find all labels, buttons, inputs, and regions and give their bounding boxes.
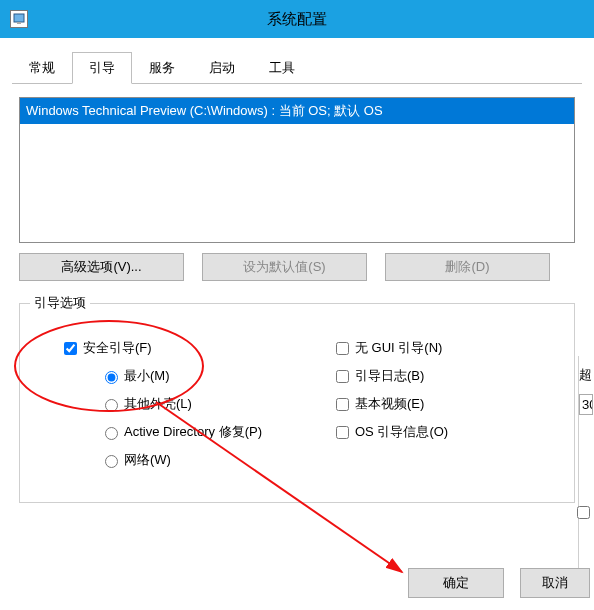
- boot-os-listbox[interactable]: Windows Technical Preview (C:\Windows) :…: [19, 97, 575, 243]
- set-default-button[interactable]: 设为默认值(S): [202, 253, 367, 281]
- radio-minimal-row: 最小(M): [100, 362, 262, 390]
- boot-os-item[interactable]: Windows Technical Preview (C:\Windows) :…: [20, 98, 574, 124]
- boot-buttons-row: 高级选项(V)... 设为默认值(S) 删除(D): [19, 253, 575, 281]
- base-video-row: 基本视频(E): [332, 390, 448, 418]
- tab-startup[interactable]: 启动: [192, 52, 252, 83]
- advanced-options-button[interactable]: 高级选项(V)...: [19, 253, 184, 281]
- no-gui-label: 无 GUI 引导(N): [355, 339, 442, 357]
- radio-alt-shell-label: 其他外壳(L): [124, 395, 192, 413]
- boot-options-right-col: 无 GUI 引导(N) 引导日志(B) 基本视频(E) OS 引导信息(O): [332, 334, 448, 446]
- window-title: 系统配置: [267, 10, 327, 29]
- radio-ad-repair-label: Active Directory 修复(P): [124, 423, 262, 441]
- boot-options-group: 引导选项 安全引导(F) 最小(M) 其他外壳(L) Active Direct…: [19, 303, 575, 503]
- truncated-checkbox-row: [579, 503, 594, 522]
- no-gui-checkbox[interactable]: [336, 342, 349, 355]
- ok-button[interactable]: 确定: [408, 568, 504, 598]
- safe-boot-checkbox[interactable]: [64, 342, 77, 355]
- truncated-right-area: 超 30: [578, 356, 594, 586]
- os-boot-info-checkbox[interactable]: [336, 426, 349, 439]
- os-boot-info-label: OS 引导信息(O): [355, 423, 448, 441]
- radio-network[interactable]: [105, 455, 118, 468]
- radio-minimal[interactable]: [105, 371, 118, 384]
- tab-services[interactable]: 服务: [132, 52, 192, 83]
- tab-strip: 常规 引导 服务 启动 工具: [12, 52, 582, 84]
- timeout-label-fragment: 超: [579, 366, 594, 384]
- cancel-button[interactable]: 取消: [520, 568, 590, 598]
- boot-log-label: 引导日志(B): [355, 367, 424, 385]
- boot-log-checkbox[interactable]: [336, 370, 349, 383]
- dialog-buttons: 确定 取消: [408, 568, 594, 598]
- base-video-label: 基本视频(E): [355, 395, 424, 413]
- titlebar: 系统配置: [0, 0, 594, 38]
- timeout-value-fragment[interactable]: 30: [579, 394, 593, 415]
- radio-ad-repair[interactable]: [105, 427, 118, 440]
- boot-log-row: 引导日志(B): [332, 362, 448, 390]
- base-video-checkbox[interactable]: [336, 398, 349, 411]
- boot-options-left-col: 安全引导(F) 最小(M) 其他外壳(L) Active Directory 修…: [60, 334, 262, 474]
- truncated-checkbox[interactable]: [577, 506, 590, 519]
- boot-options-legend: 引导选项: [30, 294, 90, 312]
- radio-minimal-label: 最小(M): [124, 367, 170, 385]
- delete-button[interactable]: 删除(D): [385, 253, 550, 281]
- safe-boot-row: 安全引导(F): [60, 334, 262, 362]
- radio-alt-shell[interactable]: [105, 399, 118, 412]
- tab-body-boot: Windows Technical Preview (C:\Windows) :…: [12, 84, 582, 514]
- app-icon: [10, 10, 28, 28]
- svg-rect-1: [17, 22, 21, 24]
- tab-tools[interactable]: 工具: [252, 52, 312, 83]
- tab-general[interactable]: 常规: [12, 52, 72, 83]
- dialog-content: 常规 引导 服务 启动 工具 Windows Technical Preview…: [0, 38, 594, 610]
- svg-rect-0: [14, 14, 24, 22]
- no-gui-row: 无 GUI 引导(N): [332, 334, 448, 362]
- os-boot-info-row: OS 引导信息(O): [332, 418, 448, 446]
- safe-boot-label: 安全引导(F): [83, 339, 152, 357]
- tab-boot[interactable]: 引导: [72, 52, 132, 84]
- radio-network-row: 网络(W): [100, 446, 262, 474]
- radio-adrepair-row: Active Directory 修复(P): [100, 418, 262, 446]
- radio-altshell-row: 其他外壳(L): [100, 390, 262, 418]
- radio-network-label: 网络(W): [124, 451, 171, 469]
